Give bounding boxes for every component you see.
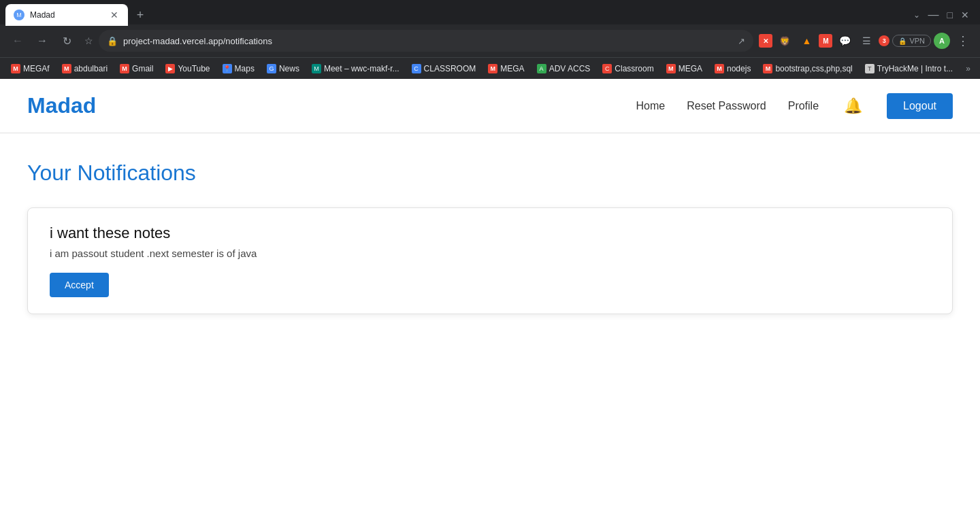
bookmark-gmail-label: Gmail bbox=[132, 64, 153, 73]
bookmark-bootstrap[interactable]: M bootstrap,css,php,sql bbox=[757, 62, 858, 75]
close-button[interactable]: ✕ bbox=[961, 10, 969, 20]
bookmark-news-label: News bbox=[279, 64, 299, 73]
bookmark-classroom-label: CLASSROOM bbox=[424, 64, 476, 73]
scroll-down-icon[interactable]: ⌄ bbox=[913, 10, 920, 20]
tab-bar: M Madad ✕ + ⌄ — □ ✕ bbox=[0, 0, 980, 24]
brand-logo[interactable]: Madad bbox=[27, 93, 96, 118]
bookmark-classroom2-label: Classroom bbox=[615, 64, 653, 73]
tab-close-button[interactable]: ✕ bbox=[109, 10, 120, 20]
bookmark-tryhackme[interactable]: T TryHackMe | Intro t... bbox=[860, 62, 958, 75]
bookmark-adv-accs-label: ADV ACCS bbox=[549, 64, 591, 73]
bookmark-classroom[interactable]: C CLASSROOM bbox=[406, 62, 482, 75]
bookmark-tryhackme-label: TryHackMe | Intro t... bbox=[877, 64, 953, 73]
brave-talk-icon[interactable]: 💬 bbox=[835, 31, 854, 50]
new-tab-button[interactable]: + bbox=[131, 5, 150, 24]
reset-password-nav-link[interactable]: Reset Password bbox=[687, 100, 766, 112]
bookmark-mega[interactable]: M MEGA bbox=[483, 62, 529, 75]
bookmark-bootstrap-label: bootstrap,css,php,sql bbox=[775, 64, 852, 73]
notification-card: i want these notes i am passout student … bbox=[27, 207, 953, 314]
reload-button[interactable]: ↻ bbox=[57, 31, 76, 50]
share-icon[interactable]: ↗ bbox=[738, 36, 745, 46]
bookmarks-more-button[interactable]: » bbox=[962, 62, 975, 75]
notification-title: i want these notes bbox=[50, 224, 930, 242]
bookmark-maps[interactable]: 📍 Maps bbox=[217, 62, 260, 75]
bookmark-classroom2[interactable]: C Classroom bbox=[597, 62, 659, 75]
bookmark-nodejs[interactable]: M nodejs bbox=[709, 62, 756, 75]
bookmarks-bar: M MEGAf M abdulbari M Gmail ▶ YouTube 📍 bbox=[0, 57, 980, 79]
nav-links: Home Reset Password Profile 🔔 Logout bbox=[636, 93, 953, 119]
sidebar-toggle-icon[interactable]: ☰ bbox=[857, 31, 876, 50]
forward-button[interactable]: → bbox=[33, 31, 52, 50]
bookmark-adv-accs[interactable]: A ADV ACCS bbox=[532, 62, 596, 75]
bookmark-nodejs-label: nodejs bbox=[727, 64, 751, 73]
browser-controls: ← → ↻ ☆ 🔒 project-madad.vercel.app/notif… bbox=[0, 24, 980, 57]
navbar: Madad Home Reset Password Profile 🔔 Logo… bbox=[0, 79, 980, 133]
bookmark-meet-label: Meet – wwc-makf-r... bbox=[324, 64, 399, 73]
ext-icon-1[interactable]: ✕ bbox=[759, 34, 772, 48]
back-button[interactable]: ← bbox=[8, 31, 27, 50]
bookmark-abdulbari[interactable]: M abdulbari bbox=[56, 62, 113, 75]
page-title: Your Notifications bbox=[27, 161, 953, 186]
bookmark-meet[interactable]: M Meet – wwc-makf-r... bbox=[306, 62, 405, 75]
notification-body: i am passout student .next semester is o… bbox=[50, 248, 930, 259]
bookmark-news[interactable]: G News bbox=[261, 62, 305, 75]
minimize-button[interactable]: — bbox=[928, 9, 939, 21]
page-content: Madad Home Reset Password Profile 🔔 Logo… bbox=[0, 79, 980, 487]
brave-rewards-icon[interactable]: ▲ bbox=[797, 31, 816, 50]
home-nav-link[interactable]: Home bbox=[636, 100, 666, 112]
url-text: project-madad.vercel.app/notifications bbox=[123, 36, 732, 46]
notification-badge: 3 bbox=[879, 35, 889, 46]
bookmark-maps-label: Maps bbox=[235, 64, 255, 73]
browser-profile-avatar[interactable]: A bbox=[934, 33, 950, 49]
browser-window: M Madad ✕ + ⌄ — □ ✕ ← → ↻ ☆ 🔒 project-ma… bbox=[0, 0, 980, 79]
bookmark-abdulbari-label: abdulbari bbox=[74, 64, 108, 73]
menu-button[interactable]: ⋮ bbox=[953, 31, 972, 50]
vpn-badge[interactable]: 🔒 VPN bbox=[892, 35, 931, 47]
bookmark-megaf[interactable]: M MEGAf bbox=[5, 62, 55, 75]
vpn-icon: 🔒 bbox=[898, 37, 906, 45]
bookmark-gmail[interactable]: M Gmail bbox=[114, 62, 159, 75]
ext-icon-2[interactable]: M bbox=[819, 34, 832, 48]
address-bar[interactable]: 🔒 project-madad.vercel.app/notifications… bbox=[99, 30, 753, 52]
vpn-label: VPN bbox=[909, 37, 925, 45]
bookmark-star-icon[interactable]: ☆ bbox=[84, 35, 93, 46]
bookmark-megaf-label: MEGAf bbox=[23, 64, 50, 73]
bookmark-mega-label: MEGA bbox=[500, 64, 524, 73]
bell-icon[interactable]: 🔔 bbox=[840, 94, 865, 118]
logout-button[interactable]: Logout bbox=[887, 93, 953, 119]
profile-nav-link[interactable]: Profile bbox=[788, 100, 819, 112]
accept-button[interactable]: Accept bbox=[50, 273, 109, 297]
maximize-button[interactable]: □ bbox=[947, 10, 953, 20]
bookmark-mega2[interactable]: M MEGA bbox=[661, 62, 708, 75]
secure-icon: 🔒 bbox=[107, 36, 118, 46]
brave-shields-icon[interactable]: 🦁 bbox=[775, 31, 794, 50]
bookmark-mega2-label: MEGA bbox=[679, 64, 702, 73]
tab-title: Madad bbox=[30, 10, 103, 20]
main-content: Your Notifications i want these notes i … bbox=[0, 133, 980, 341]
active-tab[interactable]: M Madad ✕ bbox=[5, 4, 128, 26]
bookmark-youtube[interactable]: ▶ YouTube bbox=[160, 62, 215, 75]
tab-favicon: M bbox=[14, 10, 24, 20]
bookmark-youtube-label: YouTube bbox=[178, 64, 210, 73]
toolbar-icons: ✕ 🦁 ▲ M 💬 ☰ 3 🔒 VPN A ⋮ bbox=[759, 31, 972, 50]
